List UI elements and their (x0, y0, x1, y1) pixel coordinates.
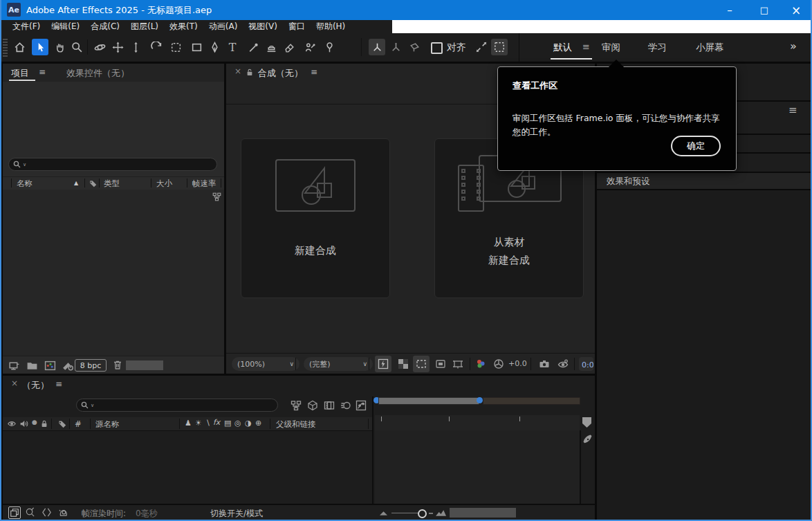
shy-switch-icon[interactable]: ♟ (185, 419, 192, 428)
interpret-footage-icon[interactable] (8, 360, 20, 372)
eraser-tool[interactable] (281, 39, 297, 55)
timeline-zoom-handle[interactable] (418, 509, 427, 518)
toolbar-drag-handle[interactable] (3, 37, 8, 58)
video-eye-icon[interactable] (7, 419, 17, 428)
roto-brush-tool[interactable] (302, 39, 318, 55)
render-time-pane-toggle[interactable] (58, 507, 68, 518)
fast-preview-icon[interactable] (375, 356, 391, 372)
tab-project[interactable]: 项目 (11, 67, 29, 80)
project-bottom-scrollbar[interactable] (126, 360, 163, 370)
rectangle-tool[interactable] (188, 39, 205, 55)
view-axis-mode-icon[interactable] (406, 39, 423, 55)
new-composition-icon[interactable] (44, 360, 56, 372)
graph-editor-icon[interactable] (356, 400, 367, 411)
source-name-column[interactable]: 源名称 (95, 419, 120, 430)
hand-tool[interactable] (51, 39, 68, 55)
exposure-icon[interactable] (493, 358, 504, 369)
workspace-tab-learn[interactable]: 学习 (648, 42, 667, 54)
work-area-end-handle[interactable] (477, 397, 483, 403)
new-composition-card[interactable]: 新建合成 (241, 138, 390, 298)
parent-link-column[interactable]: 父级和链接 (276, 419, 316, 430)
menu-window[interactable]: 窗口 (283, 21, 311, 33)
tab-timeline[interactable]: （无） (22, 379, 49, 392)
pan-camera-tool[interactable] (109, 39, 126, 55)
home-icon[interactable] (11, 39, 28, 55)
column-framerate[interactable]: 帧速率 (192, 179, 216, 189)
snap-checkbox[interactable] (431, 42, 443, 54)
clone-stamp-tool[interactable] (263, 39, 279, 55)
maximize-button[interactable]: □ (748, 0, 780, 20)
zoom-in-timeline-icon[interactable] (436, 509, 446, 517)
comp-mini-flowchart-icon[interactable] (290, 400, 302, 411)
menu-file[interactable]: 文件(F) (7, 21, 46, 33)
region-of-interest-icon[interactable] (413, 356, 430, 372)
zoom-out-timeline-icon[interactable] (380, 510, 387, 516)
delete-icon[interactable] (112, 359, 123, 370)
menu-layer[interactable]: 图层(L) (125, 21, 164, 33)
column-size[interactable]: 大小 (156, 179, 172, 189)
workspace-tab-review[interactable]: 审阅 (602, 42, 620, 54)
timeline-search-input[interactable] (96, 401, 273, 410)
zoom-tool[interactable] (68, 39, 85, 55)
project-panel-menu-icon[interactable]: ≡ (39, 67, 46, 77)
transfer-controls-pane-toggle[interactable] (25, 507, 35, 518)
menu-view[interactable]: 视图(V) (243, 21, 283, 33)
world-axis-mode-icon[interactable] (387, 39, 404, 55)
rotate-tool[interactable] (148, 39, 165, 55)
layer-switches-pane-toggle[interactable] (8, 506, 21, 519)
crop-region-icon[interactable] (452, 358, 463, 369)
transparency-grid-icon[interactable] (398, 358, 409, 369)
timeline-h-scrollbar[interactable] (450, 508, 516, 518)
timecode-field[interactable]: 0:0 (579, 357, 593, 371)
color-depth-button[interactable]: 8 bpc (75, 359, 107, 372)
quality-switch-icon[interactable]: ∖ (205, 419, 210, 428)
selection-tool[interactable] (32, 39, 48, 55)
frame-blending-icon[interactable] (324, 400, 335, 411)
project-flowchart-icon[interactable] (212, 192, 221, 201)
mask-visibility-toggle[interactable] (491, 39, 508, 55)
workspace-tab-small-screen[interactable]: 小屏幕 (696, 42, 724, 54)
close-button[interactable]: × (780, 0, 812, 20)
label-color-column-icon[interactable] (89, 179, 97, 188)
collapsed-panel-menu-icon[interactable]: ≡ (788, 104, 797, 116)
exposure-value[interactable]: +0.0 (508, 359, 527, 368)
text-tool[interactable]: T (224, 39, 241, 55)
collapse-transformations-icon[interactable]: ☀ (195, 419, 202, 428)
project-list-area[interactable] (3, 190, 224, 356)
workspace-overflow-icon[interactable]: » (790, 39, 797, 53)
menu-composition[interactable]: 合成(C) (85, 21, 125, 33)
fx-switch-icon[interactable]: fx (213, 418, 220, 427)
toggle-switches-modes-button[interactable]: 切换开关/模式 (210, 508, 263, 520)
audio-icon[interactable] (19, 419, 28, 428)
new-folder-icon[interactable] (26, 360, 38, 372)
show-snapshot-icon[interactable] (557, 358, 569, 369)
project-search-input[interactable] (28, 160, 212, 170)
lock-icon[interactable] (246, 68, 254, 77)
timeline-tab-close-icon[interactable]: × (11, 378, 18, 388)
magnification-dropdown[interactable]: (100%) ∨ (232, 357, 299, 371)
local-axis-mode-icon[interactable] (369, 39, 385, 55)
comp-tab-close-icon[interactable]: × (234, 66, 241, 76)
color-depth-icon[interactable] (62, 360, 74, 372)
index-column[interactable]: # (75, 419, 82, 429)
mask-and-shape-visibility-icon[interactable] (435, 358, 446, 369)
orbit-camera-tool[interactable] (91, 39, 108, 55)
pen-tool[interactable] (206, 39, 223, 55)
brush-tool[interactable] (245, 39, 261, 55)
adjustment-layer-switch-icon[interactable]: ◑ (245, 419, 252, 428)
comp-panel-menu-icon[interactable]: ≡ (311, 67, 317, 77)
column-type[interactable]: 类型 (104, 179, 120, 189)
shrink-expand-icon[interactable] (475, 41, 488, 53)
threed-layer-switch-icon[interactable]: ⊕ (255, 419, 261, 428)
dolly-camera-tool[interactable] (127, 39, 144, 55)
comp-marker-bin-icon[interactable] (582, 417, 591, 428)
lock-column-icon[interactable] (40, 419, 48, 428)
motion-blur-icon[interactable] (340, 400, 351, 411)
menu-animation[interactable]: 动画(A) (203, 21, 243, 33)
menu-edit[interactable]: 编辑(E) (46, 21, 85, 33)
workspace-tab-default[interactable]: 默认 (553, 42, 572, 54)
pen-nib-icon[interactable] (583, 434, 593, 444)
work-area-remainder-bar[interactable] (483, 397, 580, 405)
tab-composition[interactable]: 合成（无） (258, 67, 303, 80)
snapshot-icon[interactable] (539, 358, 550, 369)
